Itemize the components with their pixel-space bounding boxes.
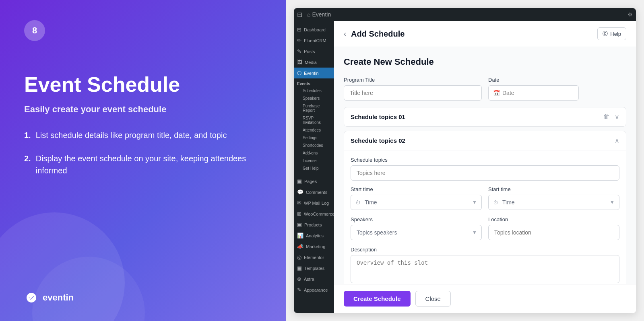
wp-main-content: ‹ Add Schedule ⓪ Help Create New Schedul…	[334, 21, 636, 313]
sidebar-label-wpmaillog: WP Mail Log	[304, 201, 329, 206]
add-schedule-panel: ‹ Add Schedule ⓪ Help Create New Schedul…	[334, 21, 636, 313]
home-icon: ⌂	[307, 11, 310, 18]
templates-icon: ▣	[297, 265, 302, 271]
date-group: Date 📅	[488, 77, 626, 101]
topic-card-2: Schedule topics 02 ∧ Schedule topics	[344, 131, 626, 284]
sidebar-sub-gethelp[interactable]: Get Help	[294, 165, 334, 172]
list-text-2: Display the event schedule on your site,…	[36, 152, 262, 177]
dashboard-icon: ⊟	[297, 27, 301, 33]
wp-sidebar: ⊟ Dashboard ✏ FluentCRM ✎ Posts 🖼 Media …	[294, 21, 334, 313]
start-time-wrapper: ⏱ Time ▼	[351, 195, 482, 210]
sidebar-item-posts[interactable]: ✎ Posts	[294, 46, 334, 57]
sidebar-item-products[interactable]: ▣ Products	[294, 219, 334, 230]
sidebar-item-fluentcrm[interactable]: ✏ FluentCRM	[294, 35, 334, 46]
sidebar-item-astra[interactable]: ⊛ Astra	[294, 274, 334, 284]
sidebar-item-dashboard[interactable]: ⊟ Dashboard	[294, 24, 334, 35]
sidebar-sub-license[interactable]: License	[294, 157, 334, 165]
header-left: ‹ Add Schedule	[344, 29, 405, 39]
program-title-group: Program Title	[344, 77, 482, 101]
speakers-select[interactable]: Topics speakers	[351, 225, 482, 240]
browser-window: ⊟ ⌂ Eventin ⚙ ⊟ Dashboard ✏ FluentCRM	[294, 8, 636, 313]
sub-title: Easily create your event schedule	[24, 104, 262, 115]
woo-icon: ⊠	[297, 211, 301, 217]
panel-body: Create New Schedule Program Title Date 📅	[334, 47, 636, 284]
date-input[interactable]	[488, 85, 579, 101]
eventin-icon: ⬡	[297, 70, 301, 76]
sidebar-label-woocommerce: WooCommerce	[304, 212, 334, 216]
chevron-down-icon-1[interactable]: ∨	[615, 113, 619, 121]
sidebar-sub-shortcodes[interactable]: Shortcodes	[294, 142, 334, 149]
end-time-select[interactable]: Time	[488, 195, 619, 210]
sidebar-sub-purchase[interactable]: Purchase Report	[294, 102, 334, 114]
sidebar-item-templates[interactable]: ▣ Templates	[294, 263, 334, 274]
left-panel: 8 Event Schedule Easily create your even…	[0, 0, 286, 321]
topic-card-1-header[interactable]: Schedule topics 01 🗑 ∨	[344, 107, 626, 126]
speakers-label: Speakers	[351, 216, 482, 222]
wp-layout: ⊟ Dashboard ✏ FluentCRM ✎ Posts 🖼 Media …	[294, 21, 636, 313]
sidebar-item-pages[interactable]: ▣ Pages	[294, 176, 334, 187]
sidebar-label-templates: Templates	[304, 266, 324, 271]
sidebar-sub-attendees[interactable]: Attendees	[294, 126, 334, 134]
sidebar-item-eventin[interactable]: ⬡ Eventin	[294, 68, 334, 78]
start-time-select[interactable]: Time	[351, 195, 482, 210]
location-input[interactable]	[488, 225, 619, 240]
wp-logo-icon: ⊟	[297, 11, 302, 19]
sidebar-label-elementor: Elementor	[304, 255, 324, 260]
gear-icon[interactable]: ⚙	[627, 11, 633, 18]
sidebar-sub-addons[interactable]: Add-ons	[294, 149, 334, 157]
chevron-up-icon-2[interactable]: ∧	[615, 137, 619, 144]
location-group: Location	[488, 216, 619, 240]
posts-icon: ✎	[297, 48, 301, 54]
end-time-label: Start time	[488, 186, 619, 192]
sidebar-item-wpmaillog[interactable]: ✉ WP Mail Log	[294, 198, 334, 208]
speakers-wrapper: Topics speakers ▼	[351, 225, 482, 240]
location-label: Location	[488, 216, 619, 222]
time-row: Start time ⏱ Time ▼	[351, 186, 619, 210]
brand-logo: eventin	[24, 290, 74, 305]
sidebar-sub-speakers[interactable]: Speakers	[294, 95, 334, 102]
delete-icon-1[interactable]: 🗑	[603, 113, 610, 121]
appearance-icon: ✎	[297, 287, 301, 293]
description-group: Description	[351, 247, 619, 283]
sidebar-item-media[interactable]: 🖼 Media	[294, 57, 334, 68]
help-button[interactable]: ⓪ Help	[597, 27, 626, 40]
create-schedule-button[interactable]: Create Schedule	[344, 291, 411, 307]
sidebar-label-pages: Pages	[304, 179, 317, 184]
sidebar-item-woocommerce[interactable]: ⊠ WooCommerce	[294, 208, 334, 219]
topic-card-2-content: Schedule topics Start time ⏱	[344, 150, 626, 284]
sidebar-item-appearance[interactable]: ✎ Appearance	[294, 284, 334, 295]
brand-icon	[24, 290, 39, 305]
wp-bar-site[interactable]: ⌂ Eventin	[307, 11, 331, 18]
back-arrow-icon[interactable]: ‹	[344, 30, 346, 38]
sidebar-sub-schedules[interactable]: Schedules	[294, 87, 334, 95]
astra-icon: ⊛	[297, 276, 301, 282]
wp-bar-right: ⚙	[627, 11, 633, 18]
program-title-input[interactable]	[344, 85, 482, 101]
comments-icon: 💬	[297, 189, 303, 195]
title-date-row: Program Title Date 📅	[344, 77, 626, 101]
topic-card-1: Schedule topics 01 🗑 ∨	[344, 107, 626, 127]
topic-card-2-header[interactable]: Schedule topics 02 ∧	[344, 131, 626, 150]
feature-list: 1. List schedule details like program ti…	[24, 129, 262, 188]
topic-2-actions: ∧	[615, 137, 619, 144]
close-button[interactable]: Close	[415, 291, 451, 307]
topic-1-title: Schedule topics 01	[351, 113, 405, 120]
products-icon: ▣	[297, 222, 302, 228]
sidebar-item-marketing[interactable]: 📣 Marketing	[294, 241, 334, 252]
sidebar-label-appearance: Appearance	[304, 288, 328, 292]
right-panel: ⊟ ⌂ Eventin ⚙ ⊟ Dashboard ✏ FluentCRM	[286, 0, 644, 321]
program-title-label: Program Title	[344, 77, 482, 83]
sidebar-label-media: Media	[305, 60, 317, 65]
brand-name: eventin	[43, 292, 74, 303]
panel-title: Add Schedule	[351, 29, 405, 39]
sidebar-item-elementor[interactable]: ◎ Elementor	[294, 252, 334, 263]
fluentcrm-icon: ✏	[297, 37, 301, 43]
sidebar-item-analytics[interactable]: 📊 Analytics	[294, 230, 334, 241]
description-textarea[interactable]	[351, 255, 619, 283]
schedule-topics-input[interactable]	[351, 165, 619, 181]
sidebar-item-comments[interactable]: 💬 Comments	[294, 187, 334, 198]
start-time-group: Start time ⏱ Time ▼	[351, 186, 482, 210]
sidebar-sub-rsvp[interactable]: RSVP Invitations	[294, 114, 334, 126]
sidebar-sub-settings[interactable]: Settings	[294, 134, 334, 142]
sidebar-label-eventin: Eventin	[304, 71, 319, 76]
